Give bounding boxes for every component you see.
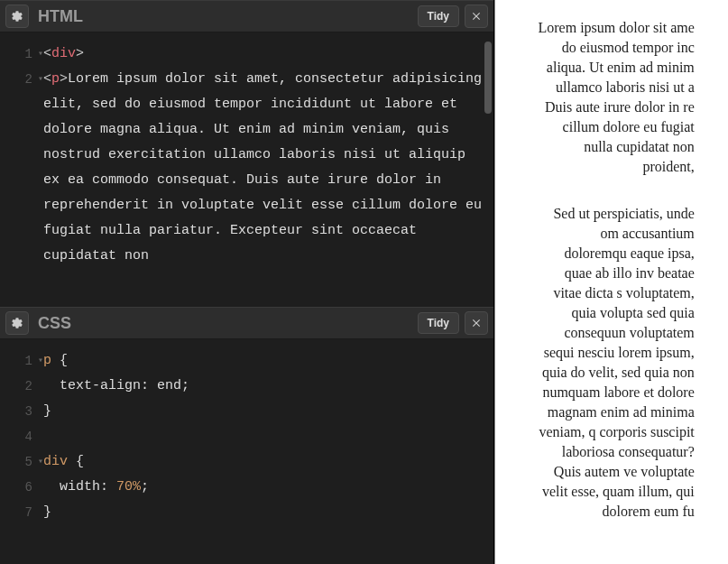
fold-arrow-icon[interactable]: ▾ [38, 67, 43, 92]
line-number: 1▾ [0, 348, 32, 374]
html-code-content[interactable]: <div> <p>Lorem ipsum dolor sit amet, con… [36, 32, 493, 307]
html-tidy-button[interactable]: Tidy [418, 5, 459, 27]
line-number: 5▾ [0, 449, 32, 475]
html-settings-button[interactable] [5, 5, 29, 28]
preview-content: Lorem ipsum dolor sit ame do eiusmod tem… [538, 18, 695, 522]
css-panel-title: CSS [38, 314, 418, 333]
line-number: 2 [0, 374, 32, 399]
line-number: 4 [0, 424, 32, 449]
css-code-content[interactable]: p { text-align: end; } div { width: 70%;… [36, 339, 493, 564]
css-settings-button[interactable] [5, 311, 29, 335]
close-icon [470, 317, 483, 329]
css-tidy-button[interactable]: Tidy [418, 312, 459, 334]
css-gutter: 1▾ 2 3 4 5▾ 6 7 [0, 339, 36, 564]
scrollbar-thumb[interactable] [484, 42, 492, 114]
html-close-button[interactable] [465, 5, 488, 28]
line-number: 2▾ [0, 67, 32, 92]
gear-icon [11, 10, 23, 23]
preview-pane: Lorem ipsum dolor sit ame do eiusmod tem… [494, 0, 728, 564]
html-gutter: 1▾ 2▾ [0, 32, 36, 307]
line-number: 6 [0, 475, 32, 500]
fold-arrow-icon[interactable]: ▾ [38, 42, 43, 67]
line-number: 7 [0, 500, 32, 525]
preview-paragraph-1: Lorem ipsum dolor sit ame do eiusmod tem… [538, 18, 695, 177]
css-panel: CSS Tidy 1▾ 2 3 4 5▾ 6 7 p { text-align:… [0, 307, 494, 564]
css-code-area[interactable]: 1▾ 2 3 4 5▾ 6 7 p { text-align: end; } d… [0, 339, 493, 564]
line-number: 1▾ [0, 42, 32, 67]
gear-icon [11, 317, 23, 329]
fold-arrow-icon[interactable]: ▾ [38, 449, 43, 475]
close-icon [470, 10, 483, 23]
preview-paragraph-2: Sed ut perspiciatis, unde om accusantium… [538, 204, 695, 522]
editor-panels: HTML Tidy 1▾ 2▾ <div> <p>Lorem ipsum dol… [0, 0, 494, 564]
css-panel-header: CSS Tidy [0, 307, 493, 339]
html-panel-header: HTML Tidy [0, 0, 493, 32]
html-panel-title: HTML [38, 7, 418, 26]
html-panel: HTML Tidy 1▾ 2▾ <div> <p>Lorem ipsum dol… [0, 0, 494, 307]
html-code-area[interactable]: 1▾ 2▾ <div> <p>Lorem ipsum dolor sit ame… [0, 32, 493, 307]
css-close-button[interactable] [465, 311, 488, 335]
fold-arrow-icon[interactable]: ▾ [38, 348, 43, 374]
line-number: 3 [0, 399, 32, 424]
